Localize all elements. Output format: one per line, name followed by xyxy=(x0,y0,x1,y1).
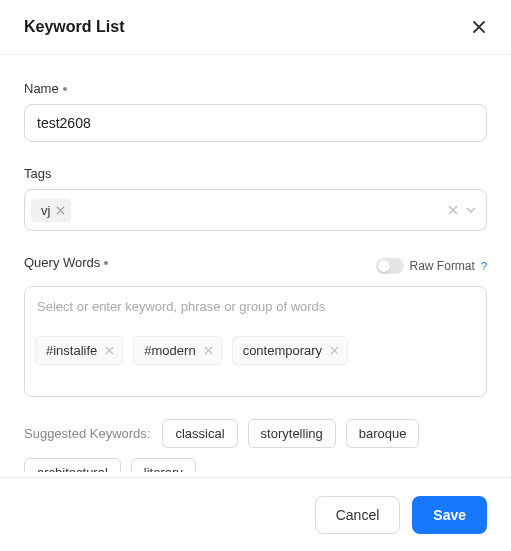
raw-format-wrap: Raw Format ? xyxy=(376,258,487,274)
modal-body: Name Tags vj Query Words xyxy=(0,55,511,472)
tag-chip: vj xyxy=(31,199,71,222)
name-field: Name xyxy=(24,79,487,142)
tags-label: Tags xyxy=(24,166,51,181)
tags-field: Tags vj xyxy=(24,164,487,231)
modal-title: Keyword List xyxy=(24,18,124,36)
keyword-chip: #instalife xyxy=(35,336,123,365)
keyword-remove-icon[interactable] xyxy=(330,346,339,355)
query-words-input[interactable] xyxy=(25,287,486,326)
suggested-chip[interactable]: classical xyxy=(162,419,237,448)
name-input[interactable] xyxy=(24,104,487,142)
suggested-keywords: Suggested Keywords: classical storytelli… xyxy=(24,419,487,472)
query-words-box: #instalife #modern contemporary xyxy=(24,286,487,397)
keyword-remove-icon[interactable] xyxy=(204,346,213,355)
tag-remove-icon[interactable] xyxy=(56,206,65,215)
tags-select[interactable]: vj xyxy=(24,189,487,231)
required-dot xyxy=(104,261,108,265)
keyword-chip: contemporary xyxy=(232,336,348,365)
keyword-remove-icon[interactable] xyxy=(105,346,114,355)
required-dot xyxy=(63,87,67,91)
help-icon[interactable]: ? xyxy=(481,260,487,272)
keyword-label: contemporary xyxy=(243,343,322,358)
tags-clear-icon[interactable] xyxy=(448,205,458,215)
query-words-field: Query Words Raw Format ? #instalife #mod… xyxy=(24,253,487,397)
query-words-chips: #instalife #modern contemporary xyxy=(25,326,486,396)
suggested-chip[interactable]: baroque xyxy=(346,419,420,448)
keyword-label: #instalife xyxy=(46,343,97,358)
suggested-chip[interactable]: storytelling xyxy=(248,419,336,448)
raw-format-toggle[interactable] xyxy=(376,258,404,274)
raw-format-label: Raw Format xyxy=(410,259,475,273)
tag-label: vj xyxy=(41,203,50,218)
close-icon xyxy=(471,19,487,35)
suggested-chip[interactable]: architectural xyxy=(24,458,121,472)
chevron-down-icon[interactable] xyxy=(466,205,476,215)
close-button[interactable] xyxy=(471,19,487,35)
query-words-label: Query Words xyxy=(24,255,100,270)
modal-header: Keyword List xyxy=(0,0,511,55)
suggested-label: Suggested Keywords: xyxy=(24,426,150,441)
modal-footer: Cancel Save xyxy=(0,477,511,551)
save-button[interactable]: Save xyxy=(412,496,487,534)
toggle-knob xyxy=(378,260,390,272)
keyword-label: #modern xyxy=(144,343,195,358)
suggested-chip[interactable]: literary xyxy=(131,458,196,472)
query-words-header: Query Words Raw Format ? xyxy=(24,253,487,278)
keyword-chip: #modern xyxy=(133,336,221,365)
cancel-button[interactable]: Cancel xyxy=(315,496,401,534)
name-label: Name xyxy=(24,81,59,96)
